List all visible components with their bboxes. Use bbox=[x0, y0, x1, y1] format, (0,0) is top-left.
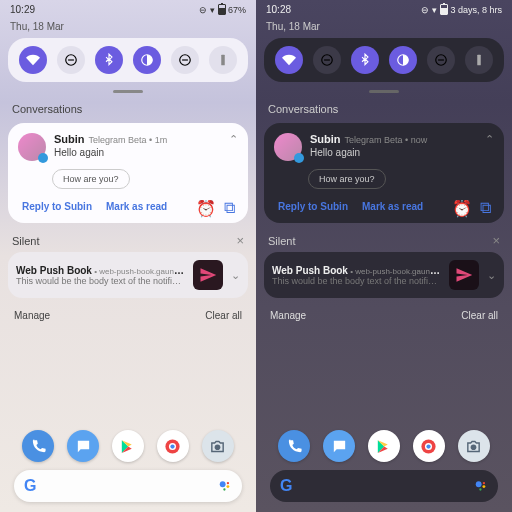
svg-point-24 bbox=[476, 481, 482, 487]
play-store-app[interactable] bbox=[112, 430, 144, 462]
assistant-icon[interactable] bbox=[474, 479, 488, 493]
search-bar[interactable]: G bbox=[270, 470, 498, 502]
wifi-icon: ▾ bbox=[210, 5, 215, 15]
push-image bbox=[193, 260, 223, 290]
qs-flashlight[interactable] bbox=[465, 46, 493, 74]
play-store-app[interactable] bbox=[368, 430, 400, 462]
reply-action[interactable]: Reply to Subin bbox=[278, 201, 348, 212]
sender-name: Subin bbox=[310, 133, 341, 145]
status-bar: 10:29 ⊖ ▾ 67% bbox=[0, 0, 256, 19]
push-body: This would be the body text of the notif… bbox=[16, 276, 185, 286]
push-notification[interactable]: Web Push Book • web-push-book.gauntface.… bbox=[264, 252, 504, 298]
camera-app[interactable] bbox=[202, 430, 234, 462]
chrome-app[interactable] bbox=[413, 430, 445, 462]
qs-dnd[interactable] bbox=[313, 46, 341, 74]
messages-app[interactable] bbox=[67, 430, 99, 462]
section-silent: Silent × bbox=[256, 227, 512, 250]
svg-point-22 bbox=[427, 444, 431, 448]
push-image bbox=[449, 260, 479, 290]
assistant-icon[interactable] bbox=[218, 479, 232, 493]
svg-point-25 bbox=[483, 482, 485, 484]
expand-icon[interactable]: ⌄ bbox=[487, 269, 496, 282]
svg-point-23 bbox=[471, 444, 477, 450]
qs-wifi[interactable] bbox=[19, 46, 47, 74]
manage-button[interactable]: Manage bbox=[270, 310, 306, 321]
svg-point-11 bbox=[227, 482, 229, 484]
google-logo: G bbox=[280, 477, 292, 495]
qs-bluetooth[interactable] bbox=[351, 46, 379, 74]
qs-flashlight[interactable] bbox=[209, 46, 237, 74]
dnd-icon: ⊖ bbox=[199, 5, 207, 15]
conversation-card[interactable]: SubinTelegram Beta • 1m Hello again ⌃ Ho… bbox=[8, 123, 248, 223]
avatar bbox=[274, 133, 302, 161]
status-right: ⊖ ▾ 3 days, 8 hrs bbox=[421, 4, 502, 15]
search-bar[interactable]: G bbox=[14, 470, 242, 502]
expand-icon[interactable]: ⌄ bbox=[231, 269, 240, 282]
svg-point-13 bbox=[223, 488, 225, 490]
date-label: Thu, 18 Mar bbox=[256, 19, 512, 38]
status-right: ⊖ ▾ 67% bbox=[199, 4, 246, 15]
svg-rect-5 bbox=[221, 55, 225, 66]
phone-app[interactable] bbox=[22, 430, 54, 462]
shade-handle[interactable] bbox=[369, 90, 399, 93]
reply-action[interactable]: Reply to Subin bbox=[22, 201, 92, 212]
qs-dnd[interactable] bbox=[57, 46, 85, 74]
qs-nearby[interactable] bbox=[171, 46, 199, 74]
svg-rect-19 bbox=[477, 55, 481, 66]
phone-app[interactable] bbox=[278, 430, 310, 462]
snooze-icon[interactable]: ⏰ bbox=[452, 199, 466, 213]
battery-indicator: 3 days, 8 hrs bbox=[440, 4, 502, 15]
svg-point-27 bbox=[479, 488, 481, 490]
notif-meta: Telegram Beta • 1m bbox=[89, 135, 168, 145]
section-silent: Silent × bbox=[0, 227, 256, 250]
quick-settings bbox=[264, 38, 504, 82]
qs-dark[interactable] bbox=[389, 46, 417, 74]
bubble-icon[interactable]: ⧉ bbox=[224, 199, 238, 213]
light-panel: 10:29 ⊖ ▾ 67% Thu, 18 Mar Conversations … bbox=[0, 0, 256, 512]
battery-indicator: 67% bbox=[218, 4, 246, 15]
qs-wifi[interactable] bbox=[275, 46, 303, 74]
snooze-icon[interactable]: ⏰ bbox=[196, 199, 210, 213]
google-logo: G bbox=[24, 477, 36, 495]
mark-read-action[interactable]: Mark as read bbox=[362, 201, 423, 212]
qs-bluetooth[interactable] bbox=[95, 46, 123, 74]
collapse-icon[interactable]: ⌃ bbox=[485, 133, 494, 146]
message-text: Hello again bbox=[54, 147, 221, 158]
dock bbox=[0, 430, 256, 462]
mark-read-action[interactable]: Mark as read bbox=[106, 201, 167, 212]
dark-panel: 10:28 ⊖ ▾ 3 days, 8 hrs Thu, 18 Mar Conv… bbox=[256, 0, 512, 512]
manage-button[interactable]: Manage bbox=[14, 310, 50, 321]
push-meta: • web-push-book.gauntface.c… • now bbox=[92, 265, 185, 276]
dismiss-silent[interactable]: × bbox=[492, 233, 500, 248]
camera-app[interactable] bbox=[458, 430, 490, 462]
qs-dark[interactable] bbox=[133, 46, 161, 74]
clear-all-button[interactable]: Clear all bbox=[461, 310, 498, 321]
svg-point-10 bbox=[220, 481, 226, 487]
dnd-icon: ⊖ bbox=[421, 5, 429, 15]
bubble-icon[interactable]: ⧉ bbox=[480, 199, 494, 213]
chrome-app[interactable] bbox=[157, 430, 189, 462]
avatar bbox=[18, 133, 46, 161]
smart-reply[interactable]: How are you? bbox=[308, 169, 386, 189]
clock: 10:29 bbox=[10, 4, 35, 15]
clear-all-button[interactable]: Clear all bbox=[205, 310, 242, 321]
sender-name: Subin bbox=[54, 133, 85, 145]
push-title: Web Push Book bbox=[16, 265, 92, 276]
qs-nearby[interactable] bbox=[427, 46, 455, 74]
push-notification[interactable]: Web Push Book • web-push-book.gauntface.… bbox=[8, 252, 248, 298]
wifi-icon: ▾ bbox=[432, 5, 437, 15]
push-meta: • web-push-book.gauntface.c… • now bbox=[348, 265, 441, 276]
smart-reply[interactable]: How are you? bbox=[52, 169, 130, 189]
quick-settings bbox=[8, 38, 248, 82]
svg-point-12 bbox=[226, 485, 229, 488]
conversation-card[interactable]: SubinTelegram Beta • now Hello again ⌃ H… bbox=[264, 123, 504, 223]
status-bar: 10:28 ⊖ ▾ 3 days, 8 hrs bbox=[256, 0, 512, 19]
push-title: Web Push Book bbox=[272, 265, 348, 276]
svg-point-8 bbox=[171, 444, 175, 448]
collapse-icon[interactable]: ⌃ bbox=[229, 133, 238, 146]
shade-handle[interactable] bbox=[113, 90, 143, 93]
messages-app[interactable] bbox=[323, 430, 355, 462]
dock bbox=[256, 430, 512, 462]
dismiss-silent[interactable]: × bbox=[236, 233, 244, 248]
svg-point-9 bbox=[215, 444, 221, 450]
